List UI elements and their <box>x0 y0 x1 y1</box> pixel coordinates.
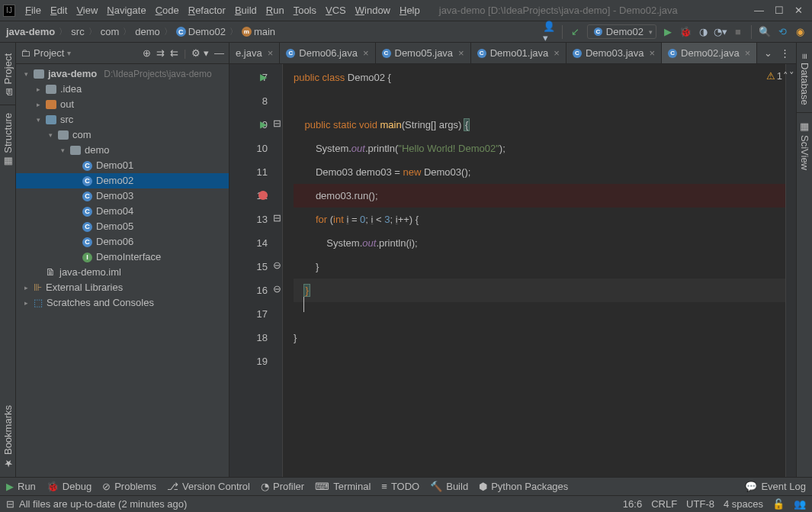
debug-button-icon[interactable]: 🐞 <box>679 26 692 38</box>
terminal-tool-tab[interactable]: ⌨Terminal <box>315 481 371 492</box>
line-number-gutter[interactable]: 7▶89▶10111213141516171819 <box>229 64 272 477</box>
build-hammer-icon[interactable]: ↙ <box>570 26 582 38</box>
run-tool-tab[interactable]: ▶Run <box>6 481 36 492</box>
menu-file[interactable]: File <box>21 3 45 18</box>
hide-icon[interactable]: — <box>214 47 224 59</box>
run-button-icon[interactable]: ▶ <box>662 26 674 38</box>
menu-run[interactable]: Run <box>262 3 288 18</box>
python-tool-tab[interactable]: ⬢Python Packages <box>479 481 568 492</box>
sync-icon[interactable]: ⟲ <box>776 26 788 38</box>
tree-file-demo01[interactable]: CDemo01 <box>16 158 229 173</box>
hide-tool-icon[interactable]: ⊟ <box>6 498 14 510</box>
menu-navigate[interactable]: Navigate <box>103 3 149 18</box>
code-line-9[interactable]: public static void main(String[] args) { <box>294 113 796 137</box>
tree-file-demo05[interactable]: CDemo05 <box>16 219 229 234</box>
close-tab-icon[interactable]: × <box>458 47 464 59</box>
breakpoint-icon[interactable] <box>258 191 268 200</box>
database-tab[interactable]: ≡Database <box>798 46 812 112</box>
code-line-14[interactable]: System.out.println(i); <box>294 231 796 255</box>
error-stripe[interactable]: ⚠1 ˄˅ <box>785 64 796 477</box>
build-tool-tab[interactable]: 🔨Build <box>430 481 468 492</box>
search-icon[interactable]: 🔍 <box>759 26 771 38</box>
heap-icon[interactable]: 👥 <box>794 498 806 510</box>
close-tab-icon[interactable]: × <box>554 47 560 59</box>
menu-refactor[interactable]: Refactor <box>185 3 229 18</box>
fold-handle[interactable]: ⊖ <box>272 253 282 277</box>
code-area[interactable]: 7▶89▶10111213141516171819 ⊟⊟⊖⊖ public cl… <box>229 64 796 477</box>
menu-edit[interactable]: Edit <box>47 3 71 18</box>
structure-tab[interactable]: ▦Structure <box>1 105 15 175</box>
menu-view[interactable]: View <box>72 3 101 18</box>
status-encoding[interactable]: UTF-8 <box>686 498 714 510</box>
collapse-icon[interactable]: ⇇ <box>170 47 178 59</box>
project-tree[interactable]: ▾java-demoD:\IdeaProjects\java-demo▸.ide… <box>16 64 229 477</box>
tree-scratches[interactable]: ▸⬚Scratches and Consoles <box>16 295 229 311</box>
tree-iml[interactable]: 🗎java-demo.iml <box>16 265 229 280</box>
fold-handle[interactable]: ⊖ <box>272 277 282 301</box>
code-line-10[interactable]: System.out.println("Hello World! Demo02"… <box>294 137 796 160</box>
breadcrumb[interactable]: java-demo 〉 src 〉 com 〉 demo 〉 CDemo02 〉… <box>6 26 275 37</box>
inspection-widget[interactable]: ⚠1 <box>766 70 782 82</box>
fold-handle[interactable]: ⊟ <box>272 111 282 135</box>
problems-tool-tab[interactable]: ⊘Problems <box>102 481 156 492</box>
run-gutter-icon[interactable]: ▶ <box>260 66 267 89</box>
tabs-more-icon[interactable]: ⋮ <box>780 47 790 59</box>
tab-demo03-java[interactable]: CDemo03.java× <box>566 43 662 63</box>
code-line-8[interactable] <box>294 89 796 113</box>
vcs-tool-tab[interactable]: ⎇Version Control <box>167 481 250 492</box>
code-body[interactable]: public class Demo02 { public static void… <box>283 64 796 477</box>
minimize-button[interactable]: — <box>754 5 764 16</box>
tree-file-demo04[interactable]: CDemo04 <box>16 204 229 219</box>
settings-icon[interactable]: ⚙ ▾ <box>191 47 209 59</box>
code-line-12[interactable]: demo03.run(); <box>294 184 796 208</box>
close-button[interactable]: ✕ <box>794 5 803 16</box>
tree-out[interactable]: ▸out <box>16 97 229 112</box>
tree-src[interactable]: ▾src <box>16 112 229 127</box>
tree-file-demo03[interactable]: CDemo03 <box>16 188 229 204</box>
debug-tool-tab[interactable]: 🐞Debug <box>47 481 91 492</box>
todo-tool-tab[interactable]: ≡TODO <box>381 481 419 492</box>
profile-icon[interactable]: ◔▾ <box>714 26 727 38</box>
menu-vcs[interactable]: VCS <box>322 3 350 18</box>
tree-file-demointerface[interactable]: IDemoInterface <box>16 250 229 265</box>
run-config-select[interactable]: C Demo02 <box>587 24 656 39</box>
expand-icon[interactable]: ⇉ <box>156 47 165 59</box>
fold-handle[interactable]: ⊟ <box>272 206 282 230</box>
locate-icon[interactable]: ⊕ <box>143 47 151 59</box>
tree-demo[interactable]: ▾demo <box>16 143 229 158</box>
prev-highlight-icon[interactable]: ˄ <box>783 70 788 82</box>
code-line-15[interactable]: } <box>294 255 796 279</box>
user-icon[interactable]: 👤▾ <box>543 26 555 38</box>
menu-build[interactable]: Build <box>231 3 261 18</box>
tree-file-demo06[interactable]: CDemo06 <box>16 234 229 250</box>
next-highlight-icon[interactable]: ˅ <box>789 70 794 82</box>
coverage-icon[interactable]: ◑ <box>697 26 709 38</box>
sciview-tab[interactable]: ▦SciView <box>798 113 812 178</box>
close-tab-icon[interactable]: × <box>363 47 369 59</box>
tab-demo05-java[interactable]: CDemo05.java× <box>376 43 471 63</box>
project-view-select[interactable]: 🗀 Project ▾ <box>21 47 138 59</box>
code-line-13[interactable]: for (int i = 0; i < 3; i++) { <box>294 208 796 231</box>
code-line-19[interactable] <box>294 349 796 373</box>
code-line-11[interactable]: Demo03 demo03 = new Demo03(); <box>294 160 796 184</box>
tree-idea[interactable]: ▸.idea <box>16 82 229 97</box>
code-line-17[interactable] <box>294 302 796 326</box>
close-tab-icon[interactable]: × <box>745 47 751 59</box>
tab-demo01-java[interactable]: CDemo01.java× <box>471 43 566 63</box>
code-line-18[interactable]: } <box>294 326 796 349</box>
tab-demo02-java[interactable]: CDemo02.java× <box>662 43 757 63</box>
maximize-button[interactable]: ☐ <box>775 5 784 16</box>
menu-help[interactable]: Help <box>396 3 424 18</box>
event-log-tab[interactable]: 💬Event Log <box>745 481 806 492</box>
menu-code[interactable]: Code <box>152 3 183 18</box>
close-tab-icon[interactable]: × <box>650 47 656 59</box>
profiler-tool-tab[interactable]: ◔Profiler <box>261 481 304 492</box>
structure-tab[interactable]: 🗎Project <box>1 46 15 105</box>
stop-icon[interactable]: ■ <box>732 26 744 38</box>
lock-icon[interactable]: 🔓 <box>772 498 785 510</box>
menu-window[interactable]: Window <box>351 3 394 18</box>
menu-tools[interactable]: Tools <box>290 3 320 18</box>
status-position[interactable]: 16:6 <box>623 498 642 510</box>
status-indent[interactable]: 4 spaces <box>724 498 763 510</box>
tab-truncated[interactable]: e.java× <box>229 43 280 63</box>
